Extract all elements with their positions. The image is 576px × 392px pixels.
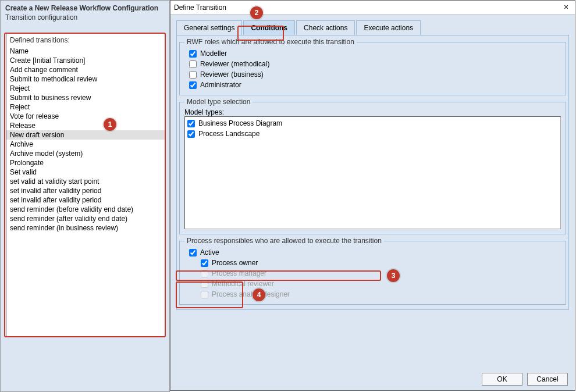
responsible-role-checkbox[interactable] [201,259,208,267]
role-label: Administrator [200,81,241,89]
dialog-titlebar: Define Transition × [170,1,575,15]
model-types-label: Model types: [184,108,561,116]
list-item[interactable]: Submit to methodical review [6,74,165,84]
list-item[interactable]: Set valid [6,168,165,177]
role-checkbox-row[interactable]: Reviewer (methodical) [184,59,561,69]
list-item[interactable]: Reject [6,102,165,112]
role-label: Reviewer (business) [200,70,264,79]
list-item[interactable]: New draft version [6,130,165,140]
rwf-roles-fieldset: RWF roles which are allowed to execute t… [179,38,566,95]
responsible-role-label: Process owner [212,259,258,267]
define-transition-dialog: Define Transition × General settingsCond… [170,0,575,391]
ok-button[interactable]: OK [482,373,522,386]
list-item[interactable]: Prolongate [6,158,165,168]
list-item[interactable]: Release [6,121,165,130]
model-type-row[interactable]: Business Process Diagram [186,118,559,129]
list-item[interactable]: Create [Initial Transition] [6,56,165,65]
defined-transitions-box: Defined transitions: NameCreate [Initial… [6,33,165,337]
model-type-label: Business Process Diagram [198,119,282,127]
process-responsibles-legend: Process responsibles who are allowed to … [184,237,384,245]
active-checkbox[interactable] [189,249,197,256]
role-label: Reviewer (methodical) [200,60,269,68]
annotation-marker-2: 2 [250,6,263,19]
model-type-row[interactable]: Process Landscape [186,129,559,139]
conditions-tabpane: RWF roles which are allowed to execute t… [176,35,569,310]
role-checkbox[interactable] [189,50,197,58]
model-type-label: Process Landscape [198,130,259,138]
list-item[interactable]: set invalid after validity period [6,195,165,205]
responsible-role-row[interactable]: Process owner [184,258,561,268]
cancel-button[interactable]: Cancel [527,373,568,386]
responsible-roles-list: Process ownerProcess managerMethodical r… [184,258,561,300]
responsible-role-row: Methodical reviewer [184,279,561,289]
list-item[interactable]: Name [6,47,165,56]
active-label: Active [200,248,219,256]
tab-general-settings[interactable]: General settings [176,20,242,35]
tab-strip: General settingsConditionsCheck actionsE… [176,20,569,35]
role-checkbox-row[interactable]: Modeller [184,48,561,59]
list-item[interactable]: Add change comment [6,65,165,74]
role-checkbox-row[interactable]: Reviewer (business) [184,69,561,80]
responsible-role-checkbox [201,270,208,277]
role-checkbox-row[interactable]: Administrator [184,80,561,90]
responsible-role-row: Process manager [184,268,561,279]
process-responsibles-fieldset: Process responsibles who are allowed to … [179,237,566,305]
model-type-legend: Model type selection [184,98,253,106]
responsible-role-row: Process analyst/designer [184,289,561,300]
responsible-role-label: Process manager [212,269,266,277]
dialog-title: Define Transition [174,3,226,12]
annotation-marker-4: 4 [253,288,265,301]
model-type-checkbox[interactable] [187,130,195,138]
role-checkbox[interactable] [189,60,197,68]
responsible-role-checkbox [201,291,208,298]
tab-conditions[interactable]: Conditions [243,20,295,35]
rwf-roles-legend: RWF roles which are allowed to execute t… [184,38,357,46]
role-checkbox[interactable] [189,81,197,89]
role-label: Modeller [200,49,227,58]
model-type-checkbox[interactable] [187,120,195,127]
role-checkbox[interactable] [189,71,197,79]
defined-transitions-list[interactable]: NameCreate [Initial Transition]Add chang… [6,47,165,233]
list-item[interactable]: Archive [6,140,165,149]
close-icon[interactable]: × [561,2,571,13]
list-item[interactable]: Reject [6,84,165,93]
wizard-title: Create a New Release Workflow Configurat… [1,1,169,13]
tab-check-actions[interactable]: Check actions [296,20,355,35]
list-item[interactable]: set valid at validity start point [6,177,165,186]
active-checkbox-row[interactable]: Active [184,247,561,258]
list-item[interactable]: Submit to business review [6,93,165,102]
list-item[interactable]: send reminder (after validity end date) [6,214,165,223]
model-type-fieldset: Model type selection Model types: Busine… [179,98,566,234]
tab-execute-actions[interactable]: Execute actions [356,20,421,35]
list-item[interactable]: set invalid after validity period [6,186,165,195]
responsible-role-label: Methodical reviewer [212,280,274,288]
list-item[interactable]: send reminder (in business review) [6,223,165,233]
defined-transitions-label: Defined transitions: [6,34,165,47]
dialog-button-bar: OK Cancel [482,373,568,386]
list-item[interactable]: Vote for release [6,112,165,121]
list-item[interactable]: Archive model (system) [6,149,165,158]
responsible-role-label: Process analyst/designer [212,290,290,298]
model-types-list[interactable]: Business Process DiagramProcess Landscap… [184,116,561,229]
list-item[interactable]: send reminder (before validity end date) [6,205,165,214]
annotation-marker-1: 1 [104,118,116,131]
annotation-marker-3: 3 [387,269,400,282]
left-panel: Create a New Release Workflow Configurat… [0,0,170,392]
responsible-role-checkbox [201,280,208,288]
rwf-roles-list: ModellerReviewer (methodical)Reviewer (b… [184,48,561,90]
wizard-subtitle: Transition configuration [1,13,169,26]
